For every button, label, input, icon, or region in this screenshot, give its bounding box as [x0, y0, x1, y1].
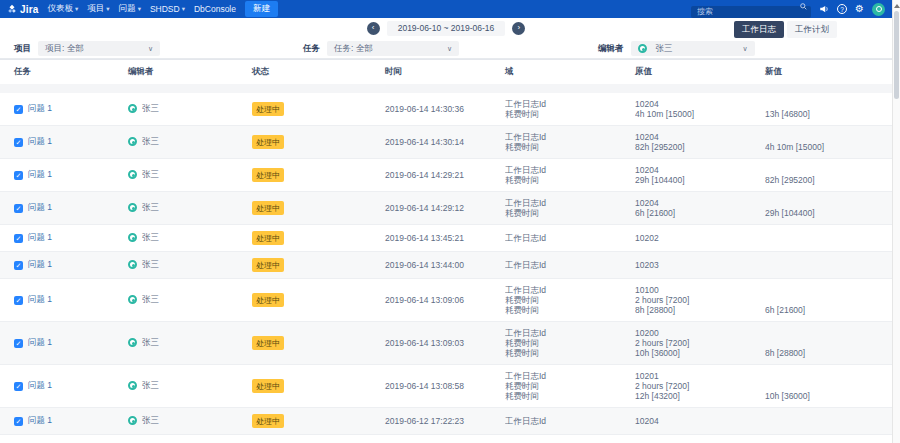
status-badge: 处理中 [252, 414, 284, 428]
nav-item-projects[interactable]: 项目▾ [87, 3, 109, 15]
row-checkbox[interactable]: ✓ [14, 417, 23, 426]
page: Jira 仪表板▾ 项目▾ 问题▾ SHDSD▾ DbConsole 新建 ? … [0, 0, 892, 443]
nav-item-dashboards[interactable]: 仪表板▾ [48, 3, 79, 15]
nav-item-issues[interactable]: 问题▾ [119, 3, 141, 15]
new-value-cell: 13h [46800] [765, 93, 892, 126]
task-cell: ✓问题 1 [0, 408, 128, 435]
search-input[interactable] [691, 6, 811, 18]
task-link[interactable]: 问题 1 [28, 169, 52, 179]
new-line: 4h 10m [15000] [765, 142, 884, 152]
table-row: ✓问题 1张三处理中2019-06-14 14:29:21工作日志Id耗费时间1… [0, 159, 892, 192]
pagination: ‹ 1 › [0, 435, 892, 443]
status-cell: 处理中 [252, 408, 385, 435]
create-button[interactable]: 新建 [245, 1, 278, 17]
chevron-down-icon: ▾ [106, 5, 109, 13]
task-link[interactable]: 问题 1 [28, 103, 52, 113]
task-link[interactable]: 问题 1 [28, 232, 52, 242]
megaphone-icon[interactable] [819, 4, 829, 14]
row-checkbox[interactable]: ✓ [14, 382, 23, 391]
row-checkbox[interactable]: ✓ [14, 261, 23, 270]
jira-logo[interactable]: Jira [7, 4, 39, 15]
old-line: 10200 [635, 328, 757, 338]
nav-item-dbconsole[interactable]: DbConsole [194, 4, 236, 14]
help-icon[interactable]: ? [837, 4, 847, 14]
editor-cell: 张三 [128, 365, 252, 408]
old-line: 10h [36000] [635, 348, 757, 358]
filter-project-select[interactable]: 项目: 全部 ∨ [38, 41, 160, 56]
row-checkbox[interactable]: ✓ [14, 204, 23, 213]
status-cell: 处理中 [252, 365, 385, 408]
scrollbar[interactable] [892, 0, 900, 443]
nav-item-shdsd[interactable]: SHDSD▾ [150, 4, 185, 14]
scrollbar-thumb[interactable] [894, 11, 899, 99]
next-week-button[interactable]: › [512, 22, 525, 35]
status-cell: 处理中 [252, 126, 385, 159]
task-link[interactable]: 问题 1 [28, 259, 52, 269]
time-cell: 2019-06-14 13:44:00 [385, 252, 505, 279]
table-row: ✓问题 1张三处理中2019-06-14 14:30:36工作日志Id耗费时间1… [0, 93, 892, 126]
editor-avatar-icon [128, 338, 137, 347]
table-row: ✓问题 1张三处理中2019-06-12 17:22:23工作日志Id10204 [0, 408, 892, 435]
gear-icon[interactable]: ⚙ [855, 4, 864, 14]
editor-name: 张三 [142, 415, 159, 425]
field-line: 耗费时间 [505, 381, 627, 391]
field-line: 耗费时间 [505, 175, 627, 185]
jira-logo-icon [7, 4, 17, 14]
row-checkbox[interactable]: ✓ [14, 339, 23, 348]
status-cell: 处理中 [252, 192, 385, 225]
domain-cell: 工作日志Id耗费时间 [505, 126, 635, 159]
table-row: ✓问题 1张三处理中2019-06-14 13:09:03工作日志Id耗费时间耗… [0, 322, 892, 365]
chevron-down-icon: ▾ [75, 5, 78, 13]
filter-task: 任务 任务: 全部 ∨ [303, 41, 459, 56]
time-cell: 2019-06-12 17:22:23 [385, 408, 505, 435]
editor-cell: 张三 [128, 93, 252, 126]
field-line: 工作日志Id [505, 165, 627, 175]
filter-editor-select[interactable]: 张三 ∨ [631, 41, 755, 56]
filter-bar: 项目 项目: 全部 ∨ 任务 任务: 全部 ∨ 编辑者 张三 ∨ [0, 38, 892, 59]
old-line: 10204 [635, 132, 757, 142]
new-line [765, 165, 884, 175]
domain-cell: 工作日志Id耗费时间耗费时间 [505, 279, 635, 322]
new-line: 82h [295200] [765, 175, 884, 185]
task-cell: ✓问题 1 [0, 93, 128, 126]
tab-work-plan[interactable]: 工作计划 [787, 21, 837, 38]
row-checkbox[interactable]: ✓ [14, 296, 23, 305]
field-line: 工作日志Id [505, 198, 627, 208]
task-cell: ✓问题 1 [0, 365, 128, 408]
tab-work-log[interactable]: 工作日志 [734, 21, 784, 38]
task-link[interactable]: 问题 1 [28, 202, 52, 212]
user-avatar[interactable] [872, 3, 885, 16]
table-row: ✓问题 1张三处理中2019-06-14 13:45:21工作日志Id10202 [0, 225, 892, 252]
old-value-cell: 102046h [21600] [635, 192, 765, 225]
task-link[interactable]: 问题 1 [28, 415, 52, 425]
old-line: 12h [43200] [635, 391, 757, 401]
new-value-cell: 29h [104400] [765, 192, 892, 225]
old-line: 10204 [635, 99, 757, 109]
task-link[interactable]: 问题 1 [28, 294, 52, 304]
prev-week-button[interactable]: ‹ [367, 22, 380, 35]
domain-cell: 工作日志Id耗费时间 [505, 159, 635, 192]
old-line: 8h [28800] [635, 305, 757, 315]
editor-avatar-icon [128, 416, 137, 425]
editor-cell: 张三 [128, 252, 252, 279]
new-value-cell: 4h 10m [15000] [765, 126, 892, 159]
scrollbar-up-arrow-icon[interactable] [894, 4, 900, 8]
table-row: ✓问题 1张三处理中2019-06-14 13:08:58工作日志Id耗费时间耗… [0, 365, 892, 408]
status-badge: 处理中 [252, 336, 284, 350]
row-checkbox[interactable]: ✓ [14, 171, 23, 180]
header-old-value: 原值 [635, 60, 765, 85]
new-line: 6h [21600] [765, 305, 884, 315]
row-checkbox[interactable]: ✓ [14, 138, 23, 147]
editor-avatar-icon [638, 44, 647, 53]
editor-cell: 张三 [128, 126, 252, 159]
filter-task-select[interactable]: 任务: 全部 ∨ [327, 41, 459, 56]
row-checkbox[interactable]: ✓ [14, 234, 23, 243]
status-cell: 处理中 [252, 252, 385, 279]
table-row: ✓问题 1张三处理中2019-06-14 13:09:06工作日志Id耗费时间耗… [0, 279, 892, 322]
chevron-down-icon: ∨ [447, 45, 452, 53]
navbar-right: ? ⚙ [691, 0, 885, 18]
task-link[interactable]: 问题 1 [28, 136, 52, 146]
task-link[interactable]: 问题 1 [28, 337, 52, 347]
row-checkbox[interactable]: ✓ [14, 105, 23, 114]
task-link[interactable]: 问题 1 [28, 380, 52, 390]
